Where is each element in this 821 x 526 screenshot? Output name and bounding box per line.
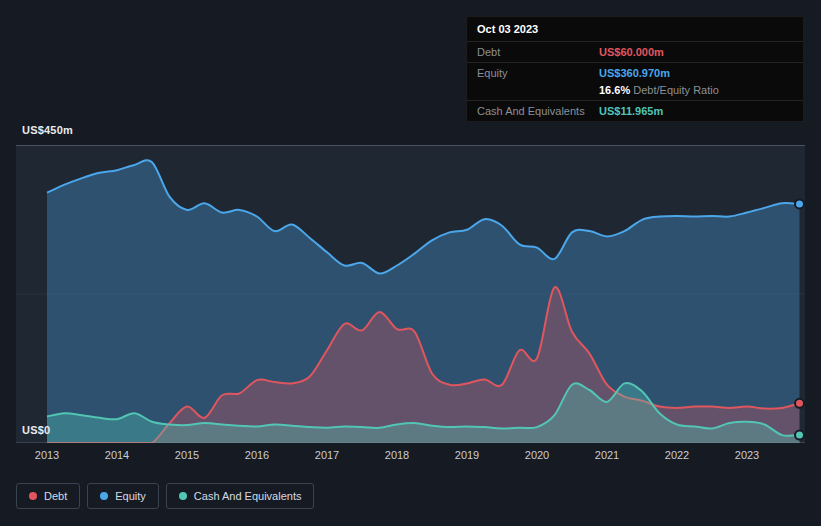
tooltip-equity-value: US$360.970m bbox=[599, 67, 793, 79]
tooltip-cash-label: Cash And Equivalents bbox=[477, 105, 599, 117]
x-tick: 2017 bbox=[315, 449, 339, 461]
y-axis-min-label: US$0 bbox=[22, 424, 50, 436]
legend-item-equity-label: Equity bbox=[115, 490, 146, 502]
plot-area[interactable] bbox=[16, 145, 805, 443]
equity-end-marker[interactable] bbox=[795, 199, 804, 208]
tooltip-ratio-row: 16.6% Debt/Equity Ratio bbox=[467, 83, 803, 100]
x-tick: 2013 bbox=[35, 449, 59, 461]
legend-item-cash[interactable]: Cash And Equivalents bbox=[166, 483, 315, 509]
cash-legend-dot-icon bbox=[179, 492, 187, 500]
x-tick: 2022 bbox=[665, 449, 689, 461]
cash-and-equivalents-end-marker[interactable] bbox=[795, 431, 804, 440]
tooltip-cash-row: Cash And Equivalents US$11.965m bbox=[467, 100, 803, 121]
tooltip-debt-label: Debt bbox=[477, 46, 599, 58]
tooltip-debt-row: Debt US$60.000m bbox=[467, 41, 803, 62]
x-tick: 2014 bbox=[105, 449, 129, 461]
debt-end-marker[interactable] bbox=[795, 399, 804, 408]
x-tick: 2015 bbox=[175, 449, 199, 461]
tooltip-equity-row: Equity US$360.970m bbox=[467, 62, 803, 83]
tooltip-ratio-label: Debt/Equity Ratio bbox=[630, 84, 719, 96]
chart-tooltip: Oct 03 2023 Debt US$60.000m Equity US$36… bbox=[466, 16, 804, 122]
legend-item-debt-label: Debt bbox=[44, 490, 67, 502]
tooltip-cash-value: US$11.965m bbox=[599, 105, 793, 117]
debt-legend-dot-icon bbox=[29, 492, 37, 500]
x-tick: 2019 bbox=[455, 449, 479, 461]
tooltip-date: Oct 03 2023 bbox=[477, 23, 538, 35]
legend-item-equity[interactable]: Equity bbox=[87, 483, 159, 509]
x-tick: 2020 bbox=[525, 449, 549, 461]
y-axis-max-label: US$450m bbox=[22, 124, 73, 136]
x-tick: 2023 bbox=[735, 449, 759, 461]
legend-item-debt[interactable]: Debt bbox=[16, 483, 80, 509]
debt-equity-chart-panel: Oct 03 2023 Debt US$60.000m Equity US$36… bbox=[0, 0, 821, 526]
chart-svg[interactable] bbox=[16, 145, 805, 443]
x-tick: 2016 bbox=[245, 449, 269, 461]
legend-item-cash-label: Cash And Equivalents bbox=[194, 490, 302, 502]
x-tick: 2018 bbox=[385, 449, 409, 461]
tooltip-date-row: Oct 03 2023 bbox=[467, 17, 803, 41]
equity-legend-dot-icon bbox=[100, 492, 108, 500]
tooltip-debt-value: US$60.000m bbox=[599, 46, 793, 58]
legend: Debt Equity Cash And Equivalents bbox=[16, 483, 314, 509]
tooltip-ratio-value: 16.6% bbox=[599, 84, 630, 96]
tooltip-equity-label: Equity bbox=[477, 67, 599, 79]
x-tick: 2021 bbox=[595, 449, 619, 461]
x-axis: 2013201420152016201720182019202020212022… bbox=[0, 449, 821, 465]
